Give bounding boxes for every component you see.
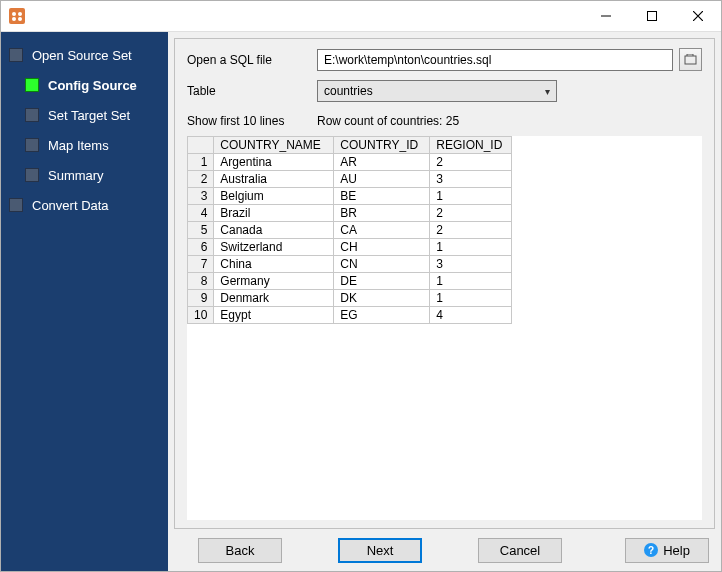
open-file-label: Open a SQL file <box>187 53 317 67</box>
row-number: 1 <box>188 154 214 171</box>
table-row[interactable]: 7ChinaCN3 <box>188 256 512 273</box>
svg-rect-1 <box>685 56 696 64</box>
row-number: 5 <box>188 222 214 239</box>
table-cell[interactable]: DE <box>334 273 430 290</box>
table-row[interactable]: 2AustraliaAU3 <box>188 171 512 188</box>
step-icon <box>25 138 39 152</box>
chevron-down-icon: ▾ <box>545 86 550 97</box>
sidebar-item-label: Open Source Set <box>32 48 132 63</box>
column-header[interactable]: COUNTRY_ID <box>334 137 430 154</box>
table-cell[interactable]: BR <box>334 205 430 222</box>
config-panel: Open a SQL file Table countries ▾ <box>174 38 715 529</box>
table-row[interactable]: 9DenmarkDK1 <box>188 290 512 307</box>
table-cell[interactable]: 3 <box>430 256 512 273</box>
sidebar-item-convert-data[interactable]: Convert Data <box>1 190 168 220</box>
table-cell[interactable]: 1 <box>430 188 512 205</box>
table-row[interactable]: 6SwitzerlandCH1 <box>188 239 512 256</box>
help-button[interactable]: ? Help <box>625 538 709 563</box>
table-row[interactable]: 5CanadaCA2 <box>188 222 512 239</box>
next-button[interactable]: Next <box>338 538 422 563</box>
show-first-lines-link[interactable]: Show first 10 lines <box>187 114 317 128</box>
open-file-icon <box>684 54 698 66</box>
column-header[interactable]: REGION_ID <box>430 137 512 154</box>
sidebar-item-set-target-set[interactable]: Set Target Set <box>1 100 168 130</box>
wizard-window: Open Source Set Config Source Set Target… <box>0 0 722 572</box>
row-number: 2 <box>188 171 214 188</box>
table-cell[interactable]: Denmark <box>214 290 334 307</box>
close-button[interactable] <box>675 1 721 32</box>
table-cell[interactable]: Belgium <box>214 188 334 205</box>
step-icon <box>25 78 39 92</box>
table-cell[interactable]: Canada <box>214 222 334 239</box>
column-header[interactable]: COUNTRY_NAME <box>214 137 334 154</box>
help-icon: ? <box>644 543 658 557</box>
table-cell[interactable]: 2 <box>430 154 512 171</box>
table-cell[interactable]: Germany <box>214 273 334 290</box>
table-cell[interactable]: 3 <box>430 171 512 188</box>
table-cell[interactable]: CN <box>334 256 430 273</box>
row-count-label: Row count of countries: 25 <box>317 114 459 128</box>
help-button-label: Help <box>663 543 690 558</box>
row-number: 4 <box>188 205 214 222</box>
table-corner <box>188 137 214 154</box>
table-cell[interactable]: Brazil <box>214 205 334 222</box>
title-bar <box>1 1 721 32</box>
sidebar-item-label: Map Items <box>48 138 109 153</box>
sidebar-item-label: Summary <box>48 168 104 183</box>
sidebar-item-config-source[interactable]: Config Source <box>1 70 168 100</box>
sidebar-item-map-items[interactable]: Map Items <box>1 130 168 160</box>
table-label: Table <box>187 84 317 98</box>
sql-file-path-input[interactable] <box>317 49 673 71</box>
table-row[interactable]: 1ArgentinaAR2 <box>188 154 512 171</box>
table-cell[interactable]: Switzerland <box>214 239 334 256</box>
svg-rect-0 <box>648 12 657 21</box>
content-pane: Open a SQL file Table countries ▾ <box>168 32 721 571</box>
back-button[interactable]: Back <box>198 538 282 563</box>
table-cell[interactable]: Australia <box>214 171 334 188</box>
sidebar-item-summary[interactable]: Summary <box>1 160 168 190</box>
sidebar-item-label: Config Source <box>48 78 137 93</box>
table-row[interactable]: 4BrazilBR2 <box>188 205 512 222</box>
table-cell[interactable]: 4 <box>430 307 512 324</box>
cancel-button[interactable]: Cancel <box>478 538 562 563</box>
table-cell[interactable]: AR <box>334 154 430 171</box>
maximize-button[interactable] <box>629 1 675 32</box>
table-row[interactable]: 10EgyptEG4 <box>188 307 512 324</box>
row-number: 3 <box>188 188 214 205</box>
table-cell[interactable]: BE <box>334 188 430 205</box>
table-select-value: countries <box>324 84 373 98</box>
table-cell[interactable]: AU <box>334 171 430 188</box>
row-number: 9 <box>188 290 214 307</box>
table-select[interactable]: countries ▾ <box>317 80 557 102</box>
table-cell[interactable]: 2 <box>430 222 512 239</box>
table-cell[interactable]: 2 <box>430 205 512 222</box>
button-bar: Back Next Cancel ? Help <box>168 529 721 571</box>
wizard-sidebar: Open Source Set Config Source Set Target… <box>1 32 168 571</box>
preview-grid-wrap: COUNTRY_NAMECOUNTRY_IDREGION_ID 1Argenti… <box>187 136 702 520</box>
row-number: 6 <box>188 239 214 256</box>
sidebar-item-open-source-set[interactable]: Open Source Set <box>1 40 168 70</box>
step-icon <box>9 198 23 212</box>
table-cell[interactable]: 1 <box>430 290 512 307</box>
step-icon <box>25 108 39 122</box>
table-cell[interactable]: DK <box>334 290 430 307</box>
app-icon <box>9 8 25 24</box>
table-cell[interactable]: Egypt <box>214 307 334 324</box>
table-cell[interactable]: CH <box>334 239 430 256</box>
table-cell[interactable]: 1 <box>430 273 512 290</box>
sidebar-item-label: Convert Data <box>32 198 109 213</box>
preview-table: COUNTRY_NAMECOUNTRY_IDREGION_ID 1Argenti… <box>187 136 512 324</box>
table-row[interactable]: 8GermanyDE1 <box>188 273 512 290</box>
row-number: 7 <box>188 256 214 273</box>
browse-file-button[interactable] <box>679 48 702 71</box>
row-number: 8 <box>188 273 214 290</box>
minimize-button[interactable] <box>583 1 629 32</box>
table-cell[interactable]: CA <box>334 222 430 239</box>
table-row[interactable]: 3BelgiumBE1 <box>188 188 512 205</box>
step-icon <box>25 168 39 182</box>
table-cell[interactable]: China <box>214 256 334 273</box>
table-cell[interactable]: Argentina <box>214 154 334 171</box>
table-cell[interactable]: 1 <box>430 239 512 256</box>
table-cell[interactable]: EG <box>334 307 430 324</box>
sidebar-item-label: Set Target Set <box>48 108 130 123</box>
